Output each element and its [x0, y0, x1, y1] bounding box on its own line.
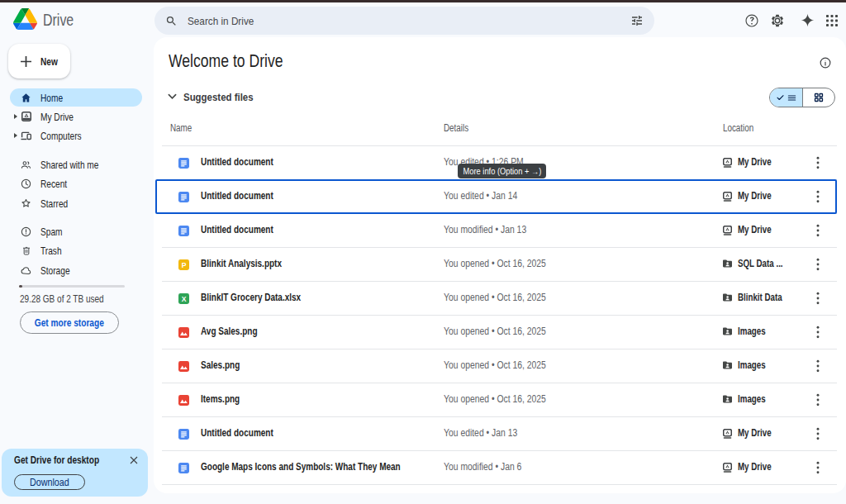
svg-text:X: X: [182, 294, 187, 302]
svg-text:P: P: [182, 260, 187, 269]
